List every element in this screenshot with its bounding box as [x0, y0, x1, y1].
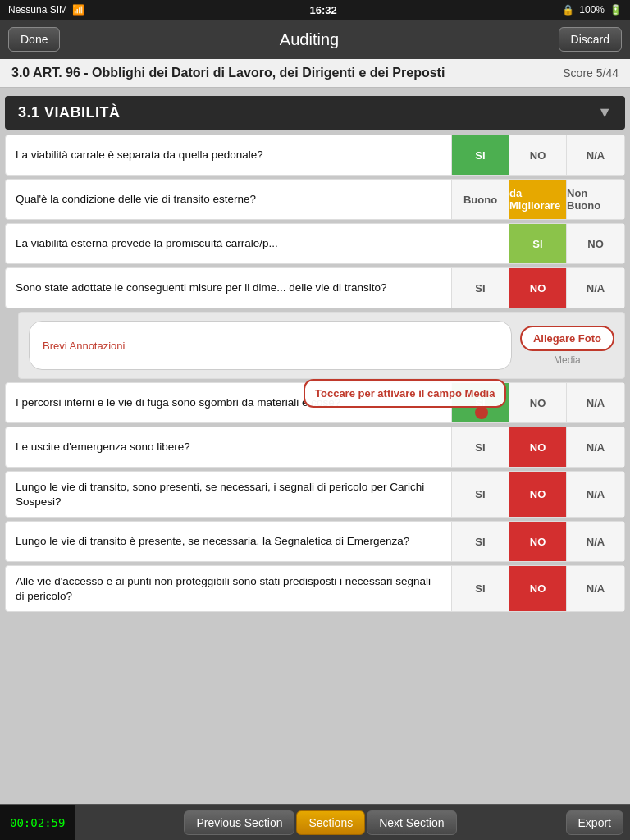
section-main-title: 3.0 ART. 96 - Obblighi dei Datori di Lav… — [11, 66, 445, 80]
answer-option[interactable]: NO — [567, 224, 624, 263]
table-row: Lungo le vie di transito è presente, se … — [5, 521, 625, 562]
answer-buttons: SINON/A — [451, 472, 624, 517]
answer-option[interactable]: NO — [509, 268, 567, 308]
media-area: Allegare FotoMedia — [520, 326, 614, 366]
answer-buttons: SINON/A — [451, 566, 624, 611]
status-bar: Nessuna SIM 📶 16:32 🔒 100% 🔋 — [0, 0, 630, 20]
done-button[interactable]: Done — [8, 27, 60, 52]
status-right: 🔒 100% 🔋 — [562, 4, 622, 16]
answer-option[interactable]: N/A — [567, 268, 624, 308]
table-row: Sono state adottate le conseguenti misur… — [5, 267, 625, 308]
answer-option[interactable]: SI — [452, 566, 509, 611]
section-title-bar: 3.0 ART. 96 - Obblighi dei Datori di Lav… — [0, 59, 630, 88]
table-row: Alle vie d'accesso e ai punti non proteg… — [5, 565, 625, 612]
wifi-icon: 📶 — [72, 4, 84, 16]
page-title: Auditing — [280, 30, 339, 49]
section-score: Score 5/44 — [563, 66, 619, 80]
table-row: Qual'è la condizione delle vie di transi… — [5, 179, 625, 220]
answer-option[interactable]: Non Buono — [567, 180, 624, 219]
answer-option[interactable]: NO — [509, 566, 567, 611]
answer-option[interactable]: Buono — [452, 180, 509, 219]
answer-option[interactable]: NO — [509, 135, 567, 175]
export-button[interactable]: Export — [566, 810, 623, 835]
status-left: Nessuna SIM 📶 — [8, 4, 84, 16]
answer-buttons: SINON/A — [451, 383, 624, 422]
question-text: Lungo le vie di transito è presente, se … — [6, 522, 451, 561]
answer-option[interactable]: SI — [452, 383, 509, 422]
top-nav: Done Auditing Discard — [0, 20, 630, 59]
answer-option[interactable]: N/A — [567, 383, 624, 422]
table-row: Lungo le vie di transito, sono presenti,… — [5, 471, 625, 518]
carrier-label: Nessuna SIM — [8, 4, 67, 16]
answer-option[interactable]: da Migliorare — [509, 180, 567, 219]
answer-option[interactable]: NO — [509, 427, 567, 467]
answer-option[interactable]: N/A — [567, 472, 624, 517]
timer-display: 00:02:59 — [0, 805, 75, 840]
answer-option[interactable]: NO — [509, 472, 567, 517]
chevron-down-icon: ▼ — [597, 104, 612, 121]
answer-option[interactable]: N/A — [567, 522, 624, 561]
table-row: I percorsi interni e le vie di fuga sono… — [5, 382, 625, 423]
question-text: Lungo le vie di transito, sono presenti,… — [6, 472, 451, 517]
answer-option[interactable]: SI — [452, 135, 509, 175]
question-text: Alle vie d'accesso e ai punti non proteg… — [6, 566, 451, 611]
annotation-row: Brevi AnnotazioniAllegare FotoMedia — [18, 312, 625, 379]
discard-button[interactable]: Discard — [559, 27, 622, 52]
question-text: La viabilità esterna prevede la promiscu… — [6, 224, 509, 263]
status-time: 16:32 — [310, 4, 337, 16]
questions-list: La viabilità carrale è separata da quell… — [0, 133, 630, 617]
answer-option[interactable]: SI — [452, 427, 509, 467]
answer-option[interactable]: NO — [509, 522, 567, 561]
allegare-foto-button[interactable]: Allegare Foto — [520, 326, 614, 351]
next-section-button[interactable]: Next Section — [367, 810, 456, 835]
answer-option[interactable]: SI — [509, 224, 567, 263]
media-label: Media — [554, 354, 581, 366]
battery-label: 100% — [579, 4, 605, 16]
answer-buttons: SINON/A — [451, 268, 624, 308]
annotation-placeholder: Brevi Annotazioni — [43, 340, 125, 352]
answer-option[interactable]: NO — [509, 383, 567, 422]
bottom-toolbar: 00:02:59 Previous Section Sections Next … — [0, 804, 630, 840]
answer-buttons: SINO — [509, 224, 624, 263]
question-text: I percorsi interni e le vie di fuga sono… — [6, 383, 451, 422]
question-text: Qual'è la condizione delle vie di transi… — [6, 180, 451, 219]
answer-buttons: Buonoda MigliorareNon Buono — [451, 180, 624, 219]
answer-option[interactable]: N/A — [567, 566, 624, 611]
answer-option[interactable]: SI — [452, 522, 509, 561]
answer-buttons: SINON/A — [451, 427, 624, 467]
answer-option[interactable]: N/A — [567, 427, 624, 467]
section-header[interactable]: 3.1 VIABILITÀ ▼ — [5, 96, 625, 130]
question-text: Sono state adottate le conseguenti misur… — [6, 268, 451, 308]
table-row: Le uscite d'emergenza sono libere?SINON/… — [5, 427, 625, 468]
answer-buttons: SINON/A — [451, 522, 624, 561]
answer-option[interactable]: N/A — [567, 135, 624, 175]
lock-icon: 🔒 — [562, 4, 574, 16]
answer-buttons: SINON/A — [451, 135, 624, 175]
table-row: La viabilità esterna prevede la promiscu… — [5, 223, 625, 264]
answer-option[interactable]: SI — [452, 268, 509, 308]
question-text: La viabilità carrale è separata da quell… — [6, 135, 451, 175]
table-row: La viabilità carrale è separata da quell… — [5, 135, 625, 176]
answer-option[interactable]: SI — [452, 472, 509, 517]
questions-wrapper: La viabilità carrale è separata da quell… — [0, 133, 630, 617]
sections-button[interactable]: Sections — [296, 810, 365, 835]
battery-icon: 🔋 — [609, 4, 622, 16]
section-label: 3.1 VIABILITÀ — [18, 104, 121, 121]
question-text: Le uscite d'emergenza sono libere? — [6, 427, 451, 467]
prev-section-button[interactable]: Previous Section — [184, 810, 294, 835]
annotation-input[interactable]: Brevi Annotazioni — [29, 321, 512, 370]
bottom-center: Previous Section Sections Next Section — [75, 810, 565, 835]
